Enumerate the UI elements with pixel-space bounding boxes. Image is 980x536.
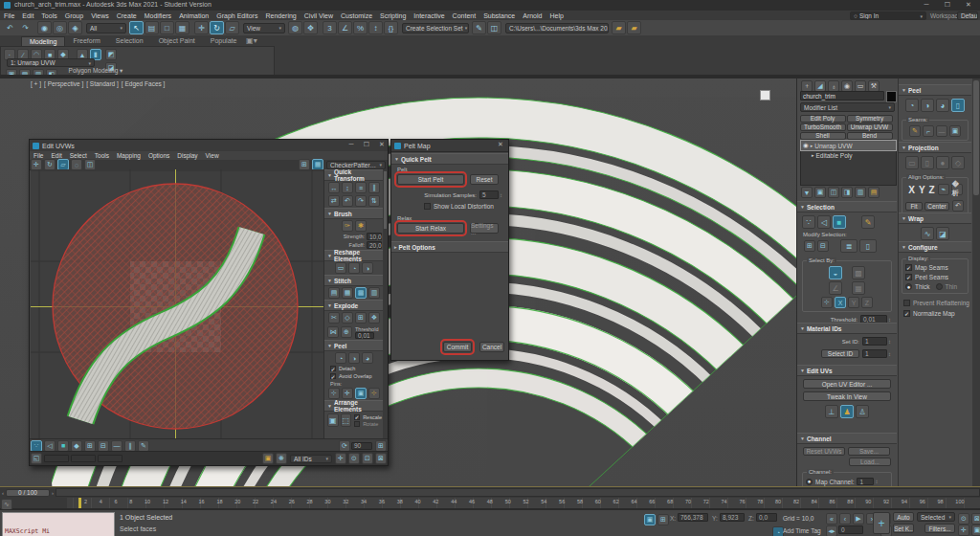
uv-paint-icon[interactable]: ♟ bbox=[840, 405, 854, 418]
configure-header[interactable]: ▼Configure bbox=[899, 241, 971, 253]
slider-next-icon[interactable]: › bbox=[52, 490, 54, 496]
ribbon-tab-freeform[interactable]: Freeform bbox=[65, 36, 107, 45]
pack-custom-icon[interactable]: ⬚ bbox=[341, 413, 352, 427]
align-to-view-icon[interactable]: ⌁ bbox=[938, 184, 949, 195]
reference-coordinate-dropdown[interactable]: View▾ bbox=[243, 23, 285, 34]
uv-w-field[interactable] bbox=[98, 455, 122, 462]
select-by-angle-icon[interactable]: ∠ bbox=[829, 281, 842, 295]
space-horizontal-icon[interactable]: ∥ bbox=[368, 182, 380, 193]
paint-select-icon[interactable]: ✎ bbox=[861, 215, 875, 229]
space-vertical-icon[interactable]: ⇅ bbox=[368, 195, 380, 207]
menu-item[interactable]: Substance bbox=[479, 11, 519, 20]
polygon-subobject-icon[interactable]: ■ bbox=[833, 215, 846, 229]
pin-release-icon[interactable]: ⊹ bbox=[368, 388, 380, 399]
pelt-title-bar[interactable]: Pelt Map ✕ bbox=[391, 140, 508, 152]
pack-normalize-icon[interactable]: ▣ bbox=[327, 413, 339, 427]
pin-active-icon[interactable]: ▣ bbox=[355, 388, 367, 399]
flatten-icon[interactable]: ⊞ bbox=[355, 312, 367, 324]
uv-vertex-mode-icon[interactable]: ∵ bbox=[31, 440, 42, 452]
project-folder-dropdown[interactable]: C:\Users\...\Documents\3ds Max 2021▾ bbox=[505, 23, 609, 34]
play-icon[interactable]: ▶ bbox=[853, 513, 864, 525]
quick-pelt-header[interactable]: ▼Quick Pelt bbox=[391, 153, 508, 165]
select-and-rotate-icon[interactable]: ↻ bbox=[210, 21, 224, 34]
select-object-icon[interactable]: ↖ bbox=[129, 21, 144, 34]
stack-item-unwrap-uvw[interactable]: ◉ ▸ Unwrap UVW bbox=[801, 141, 896, 150]
surface-wrap-icon[interactable]: ◪ bbox=[936, 227, 949, 240]
select-and-manipulate-icon[interactable]: ✥ bbox=[303, 21, 318, 34]
uv-grow-icon[interactable]: ⊞ bbox=[84, 440, 96, 452]
use-pivot-center-icon[interactable]: ◍ bbox=[288, 21, 302, 34]
select-smoothing-group-icon[interactable]: ▩ bbox=[852, 266, 865, 279]
current-frame-field[interactable]: 0 bbox=[838, 525, 863, 534]
viewport-label-segment[interactable]: [ Perspective ] bbox=[44, 80, 83, 87]
uv-u-field[interactable] bbox=[44, 455, 69, 462]
pin-move-icon[interactable]: ✛ bbox=[342, 388, 353, 399]
remove-modifier-icon[interactable]: ▥ bbox=[855, 187, 866, 198]
uv-transform-icon[interactable]: ⊥ bbox=[825, 405, 838, 418]
align-horizontal-icon[interactable]: ↔ bbox=[328, 182, 340, 193]
prevent-reflattening-checkbox[interactable]: Prevent Reflattening bbox=[903, 300, 971, 306]
ribbon-tab-populate[interactable]: Populate bbox=[203, 36, 245, 45]
ribbon-tab-modeling[interactable]: Modeling bbox=[21, 36, 65, 46]
uv-paint-select-icon[interactable]: ✎ bbox=[138, 440, 149, 452]
detach-checkbox[interactable]: ✓Detach bbox=[330, 366, 384, 371]
expand-icon[interactable]: ▸ bbox=[812, 152, 814, 158]
spline-wrap-icon[interactable]: ∿ bbox=[921, 227, 934, 240]
seam-from-edge-icon[interactable]: — bbox=[936, 125, 947, 137]
pan-icon[interactable]: ✛ bbox=[958, 525, 969, 536]
pin-selection-icon[interactable]: ⊹ bbox=[821, 297, 833, 308]
minimize-icon[interactable]: ─ bbox=[919, 1, 934, 8]
map-channel-field[interactable]: 1 bbox=[857, 478, 874, 485]
uv-panel-scrollbar[interactable] bbox=[383, 169, 388, 438]
projection-header[interactable]: ▼Projection bbox=[899, 142, 971, 153]
material-ids-header[interactable]: ▼Material IDs bbox=[797, 323, 897, 334]
planar-map-icon[interactable]: ▭ bbox=[905, 156, 919, 169]
set-key-button[interactable]: Set K.. bbox=[893, 524, 914, 533]
cancel-button[interactable]: Cancel bbox=[479, 342, 504, 352]
pin-stack-icon[interactable]: ▼ bbox=[801, 187, 813, 198]
modifier-button[interactable]: Unwrap UVW bbox=[847, 123, 893, 131]
quick-peel-icon[interactable]: ◔ bbox=[905, 99, 919, 112]
cylindrical-map-icon[interactable]: ▯ bbox=[921, 156, 934, 169]
uv-grid-snap-icon[interactable]: ⊞ bbox=[375, 440, 387, 452]
go-to-start-icon[interactable]: « bbox=[826, 513, 837, 525]
viewport-label-segment[interactable]: [ Standard ] bbox=[86, 80, 119, 87]
ribbon-tab-selection[interactable]: Selection bbox=[108, 36, 151, 45]
edit-named-selections-icon[interactable]: ✎ bbox=[472, 21, 486, 34]
explode-face-icon[interactable]: ◇ bbox=[342, 312, 353, 324]
menu-item[interactable]: Tools bbox=[37, 11, 60, 20]
y-coordinate-field[interactable]: 8,923 bbox=[720, 513, 745, 522]
mirror-icon[interactable]: ◫ bbox=[487, 21, 501, 34]
show-end-result-icon[interactable]: ◫ bbox=[828, 187, 839, 198]
modifier-button[interactable]: TurboSmooth bbox=[800, 123, 846, 131]
named-selection-set-field[interactable]: Create Selection Set▾ bbox=[402, 23, 469, 34]
settings-button[interactable]: Settings ... bbox=[470, 223, 499, 234]
reset-projection-icon[interactable]: ↶ bbox=[952, 200, 964, 212]
uv-lock-icon[interactable]: ▣ bbox=[262, 453, 274, 464]
time-slider-handle[interactable]: 0 / 100 bbox=[6, 489, 50, 497]
rotate-checkbox[interactable]: Rotate bbox=[354, 421, 382, 427]
reset-peel-icon[interactable]: ◕ bbox=[936, 99, 949, 112]
set-id-field[interactable]: 1 bbox=[862, 337, 887, 346]
redo-icon[interactable]: ↷ bbox=[18, 21, 33, 34]
pelt-map-icon[interactable]: ▯ bbox=[951, 99, 965, 112]
selection-filter-dropdown[interactable]: All▾ bbox=[86, 23, 126, 34]
sign-in-button[interactable]: ○ Sign In ▾ bbox=[850, 11, 926, 20]
bind-to-space-warp-icon[interactable]: ◈ bbox=[68, 21, 82, 34]
close-icon[interactable]: ✕ bbox=[961, 1, 976, 9]
select-and-scale-icon[interactable]: ▱ bbox=[225, 21, 239, 34]
current-frame-marker[interactable] bbox=[78, 498, 81, 508]
break-icon[interactable]: ✂ bbox=[328, 312, 340, 324]
uv-shrink-icon[interactable]: ⊟ bbox=[98, 440, 109, 452]
selection-lock-icon[interactable]: ▣ bbox=[644, 514, 656, 525]
relax-brush-icon[interactable]: ❃ bbox=[355, 220, 367, 232]
preview-toggle-icon[interactable]: ◩ bbox=[105, 49, 117, 60]
reset-button[interactable]: Reset bbox=[470, 174, 499, 185]
modifier-button[interactable]: Bend bbox=[847, 132, 893, 140]
uv-filter-icon[interactable]: ❋ bbox=[276, 453, 287, 464]
falloff-field[interactable]: 20,0 bbox=[367, 241, 382, 249]
point-to-point-seam-icon[interactable]: ⌐ bbox=[923, 125, 934, 137]
stitch-source-icon[interactable]: ▥ bbox=[368, 287, 380, 299]
uv-loop-icon[interactable]: — bbox=[111, 440, 122, 452]
configure-stack-icon[interactable]: ▤ bbox=[868, 187, 880, 198]
